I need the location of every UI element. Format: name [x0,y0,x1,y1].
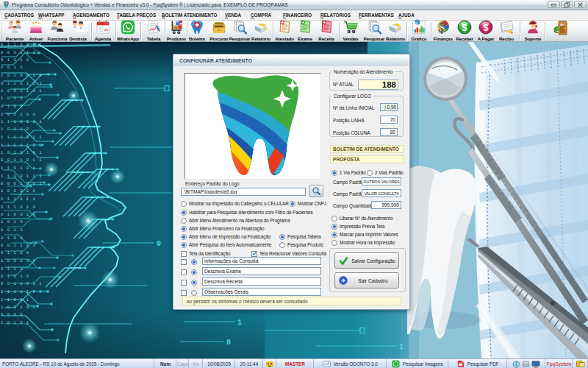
svg-text:0 1 1 1: 0 1 1 1 [1,266,24,272]
svg-text:1 1 0 0 1 1 1: 1 1 0 0 1 1 1 [1,174,43,179]
svg-text:0 0 1 1: 0 0 1 1 [1,65,24,70]
svg-text:0 1 1 0 0 0 1: 0 1 1 0 0 0 1 [1,42,43,47]
svg-text:1 0 1 0: 1 0 1 0 [1,219,24,224]
svg-text:0 0 1 1 0 0: 0 0 1 1 0 0 [1,112,36,117]
svg-text:0 0 1 1 0 1 1: 0 0 1 1 0 1 1 [1,158,43,163]
svg-text:1 1 0 0 1 0 0: 1 1 0 0 1 0 0 [1,143,43,148]
svg-text:0 1 1 1 1 0 0: 0 1 1 1 1 0 0 [1,289,43,294]
svg-text:1 1 1 0 1 1 1: 1 1 1 0 1 1 1 [1,119,43,124]
svg-text:1 0 1 0 1 0 1: 1 0 1 0 1 0 1 [1,150,43,155]
svg-text:0 1 1 0 1 0: 0 1 1 0 1 0 [1,205,36,210]
svg-text:0 1 1 1 1 1 1: 0 1 1 1 1 1 1 [1,81,43,86]
svg-text:0 0 0 1 0 0 1: 0 0 0 1 0 0 1 [1,181,43,186]
svg-text:1 1 0 0 1: 1 1 0 0 1 [1,297,29,302]
svg-text:0 0 1 1 0 1 1: 0 0 1 1 0 1 1 [1,281,43,286]
svg-text:1 0 0 0 1 0: 1 0 0 0 1 0 [1,188,36,194]
svg-text:1 0 1 0 1: 1 0 1 0 1 [1,320,29,325]
svg-text:0 0 0 0: 0 0 0 0 [1,312,24,317]
svg-text:EXIT: EXIT [560,24,565,26]
svg-text:$: $ [483,22,488,33]
svg-text:0 0 0 1 1 1: 0 0 0 1 1 1 [1,50,36,55]
svg-text:1 1 1 1 0 1 1: 1 1 1 1 0 1 1 [1,135,43,140]
svg-text:0 1 1 1 1 1: 0 1 1 1 1 1 [1,197,36,202]
svg-text:0 1 1 1 0: 0 1 1 1 0 [1,250,29,255]
svg-text:$: $ [462,22,467,33]
svg-text:0 1 0 1: 0 1 0 1 [1,236,24,241]
svg-text:JAN: JAN [104,23,108,25]
svg-text:1 0 1 1 0 0: 1 0 1 1 0 0 [1,305,36,310]
svg-text:0 0 1 1 1 1: 0 0 1 1 1 1 [1,243,36,248]
svg-text:0: 0 [157,240,161,248]
svg-text:0 1 0 0 1 0: 0 1 0 0 1 0 [1,212,36,217]
svg-text:1 0 1 1: 1 0 1 1 [1,96,24,101]
svg-text:1 0 0 1 0 0: 1 0 0 1 0 0 [1,258,36,263]
svg-text:0 1 0 1 0: 0 1 0 1 0 [1,57,29,63]
svg-text:0: 0 [226,339,231,347]
svg-text:29: 29 [104,28,108,32]
svg-text:1: 1 [237,319,242,327]
svg-text:0 1 0 1 0: 0 1 0 1 0 [1,274,29,279]
svg-text:$: $ [438,20,445,35]
svg-text:0 1 0 1: 0 1 0 1 [1,104,24,109]
svg-text:1 1 0 1 0 1: 1 1 0 1 0 1 [1,166,36,171]
svg-text:1 0 0 1 1 1 1: 1 0 0 1 1 1 1 [1,88,43,93]
svg-text:1 0 1 0 0 1 0: 1 0 1 0 0 1 0 [1,73,43,78]
svg-text:1: 1 [399,343,404,351]
svg-text:1 0 1 1: 1 0 1 1 [1,227,24,233]
svg-text:1 0 1 1 0: 1 0 1 1 0 [1,127,29,132]
